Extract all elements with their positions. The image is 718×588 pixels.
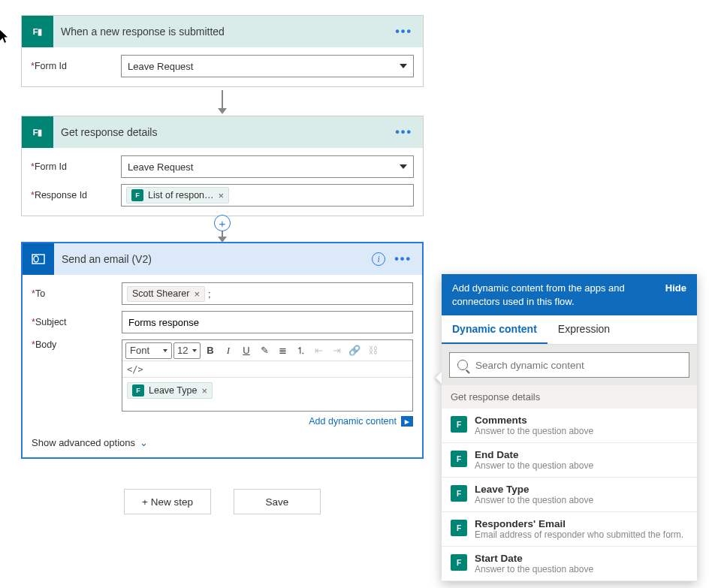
body-label: *Body — [32, 339, 122, 350]
trigger-header[interactable]: F▮ When a new response is submitted ••• — [22, 16, 423, 47]
dynamic-item-name: Start Date — [475, 553, 593, 564]
trigger-menu-dots[interactable]: ••• — [395, 25, 412, 38]
forms-icon: F — [132, 384, 144, 397]
dynamic-item[interactable]: FResponders' EmailEmail address of respo… — [442, 512, 697, 547]
new-step-button[interactable]: + New step — [124, 489, 211, 514]
forms-icon: F — [131, 189, 143, 201]
get-details-header[interactable]: F▮ Get response details ••• — [22, 116, 423, 148]
tab-expression[interactable]: Expression — [548, 315, 620, 344]
get-details-card[interactable]: F▮ Get response details ••• *Form Id Lea… — [21, 116, 424, 216]
response-id-token[interactable]: F List of respon… × — [126, 187, 229, 204]
rte-size-select[interactable]: 12 — [173, 342, 201, 359]
rte-code-toggle[interactable]: </> — [122, 361, 412, 378]
rte-numbers[interactable]: ⒈ — [292, 342, 309, 359]
forms-icon: F — [451, 416, 467, 433]
dynamic-item[interactable]: FLeave TypeAnswer to the question above — [442, 478, 697, 512]
mouse-cursor — [0, 30, 9, 44]
chevron-down-icon — [163, 349, 167, 352]
dynamic-content-panel: Add dynamic content from the apps and co… — [442, 274, 697, 581]
save-button[interactable]: Save — [234, 489, 321, 514]
panel-notch — [436, 372, 442, 384]
body-editor[interactable]: Font 12 B I U ✎ ≣ ⒈ ⇤ ⇥ — [122, 339, 413, 412]
panel-search[interactable] — [449, 352, 689, 378]
panel-section-title: Get response details — [442, 385, 697, 409]
chevron-down-icon — [192, 349, 197, 352]
forms-icon: F — [451, 520, 467, 536]
remove-person-icon[interactable]: × — [194, 288, 200, 300]
rte-italic[interactable]: I — [220, 342, 237, 359]
connector-arrow-with-add: + — [21, 216, 424, 242]
info-icon[interactable]: i — [372, 252, 385, 266]
dynamic-item-desc: Answer to the question above — [475, 460, 593, 471]
body-content[interactable]: F Leave Type × — [122, 378, 412, 411]
response-id-input[interactable]: F List of respon… × — [121, 184, 414, 207]
subject-label: *Subject — [32, 317, 122, 327]
form-id-label: *Form Id — [31, 161, 121, 172]
outlook-icon — [23, 243, 54, 275]
dynamic-item-name: End Date — [475, 449, 593, 460]
rte-outdent: ⇤ — [310, 342, 327, 359]
rte-highlight[interactable]: ✎ — [256, 342, 273, 359]
rte-font-select[interactable]: Font — [125, 342, 172, 359]
get-details-title: Get response details — [53, 126, 395, 138]
tab-dynamic-content[interactable]: Dynamic content — [442, 315, 548, 344]
forms-icon: F▮ — [22, 16, 53, 47]
forms-icon: F — [451, 485, 467, 502]
forms-icon: F — [451, 451, 467, 467]
hide-panel-link[interactable]: Hide — [665, 282, 686, 308]
rte-bold[interactable]: B — [202, 342, 219, 359]
to-input[interactable]: Scott Shearer × ; — [122, 282, 413, 305]
form-id-value: Leave Request — [128, 61, 193, 72]
form-id-value: Leave Request — [128, 161, 193, 173]
dynamic-item-desc: Answer to the question above — [475, 564, 593, 574]
dynamic-item-name: Responders' Email — [475, 518, 683, 529]
trigger-card[interactable]: F▮ When a new response is submitted ••• … — [21, 15, 424, 87]
form-id-label: *Form Id — [31, 61, 121, 71]
dynamic-item-desc: Email address of responder who submitted… — [475, 529, 683, 540]
dynamic-item-name: Comments — [475, 415, 593, 426]
get-details-menu-dots[interactable]: ••• — [395, 125, 412, 139]
remove-token-icon[interactable]: × — [201, 385, 207, 397]
form-id-select[interactable]: Leave Request — [121, 55, 414, 77]
add-dynamic-link[interactable]: Add dynamic content — [309, 416, 397, 427]
forms-icon: F▮ — [22, 116, 53, 148]
add-dynamic-badge-icon[interactable]: ▸ — [401, 416, 413, 427]
response-id-label: *Response Id — [31, 190, 121, 201]
send-email-menu-dots[interactable]: ••• — [394, 252, 412, 266]
subject-input[interactable] — [122, 311, 413, 333]
panel-tabs: Dynamic content Expression — [442, 315, 697, 345]
add-step-plus[interactable]: + — [214, 215, 231, 231]
connector-arrow — [21, 87, 424, 116]
send-email-card[interactable]: Send an email (V2) i ••• *To Scott Shear… — [21, 242, 424, 459]
panel-search-input[interactable] — [474, 359, 681, 372]
show-advanced-toggle[interactable]: Show advanced options ⌄ — [32, 437, 413, 448]
dynamic-item-desc: Answer to the question above — [475, 426, 593, 436]
remove-token-icon[interactable]: × — [219, 190, 225, 201]
search-icon — [457, 360, 468, 370]
rte-toolbar: Font 12 B I U ✎ ≣ ⒈ ⇤ ⇥ — [122, 340, 412, 361]
to-person-token[interactable]: Scott Shearer × — [127, 286, 205, 302]
send-email-header[interactable]: Send an email (V2) i ••• — [23, 243, 422, 275]
panel-header: Add dynamic content from the apps and co… — [442, 274, 697, 315]
dynamic-item-name: Leave Type — [475, 484, 593, 495]
trigger-title: When a new response is submitted — [53, 26, 395, 38]
chevron-down-icon: ⌄ — [140, 437, 148, 448]
dynamic-item[interactable]: FEnd DateAnswer to the question above — [442, 443, 697, 478]
rte-link[interactable]: 🔗 — [346, 342, 363, 359]
svg-point-1 — [34, 256, 38, 262]
to-separator: ; — [208, 288, 211, 300]
form-id-select-2[interactable]: Leave Request — [121, 155, 414, 178]
dynamic-item[interactable]: FCommentsAnswer to the question above — [442, 409, 697, 443]
panel-items: FCommentsAnswer to the question aboveFEn… — [442, 409, 697, 581]
forms-icon: F — [451, 554, 467, 571]
dynamic-item[interactable]: FStart DateAnswer to the question above — [442, 547, 697, 581]
dynamic-item-desc: Answer to the question above — [475, 495, 593, 505]
rte-indent: ⇥ — [328, 342, 345, 359]
rte-bullets[interactable]: ≣ — [274, 342, 291, 359]
flow-canvas: F▮ When a new response is submitted ••• … — [21, 15, 424, 514]
body-token-leave-type[interactable]: F Leave Type × — [127, 382, 213, 399]
chevron-down-icon — [400, 164, 407, 169]
panel-header-text: Add dynamic content from the apps and co… — [452, 282, 650, 308]
send-email-title: Send an email (V2) — [54, 253, 372, 265]
rte-underline[interactable]: U — [238, 342, 255, 359]
